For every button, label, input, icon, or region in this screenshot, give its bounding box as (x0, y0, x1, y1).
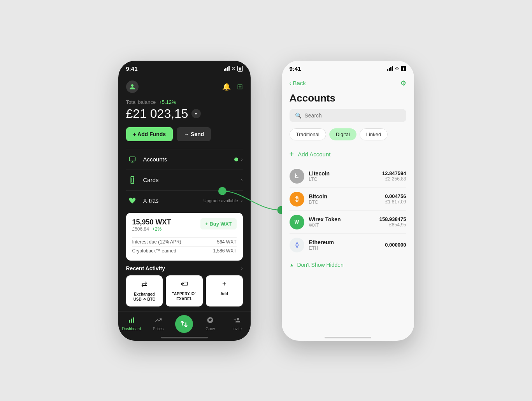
wifi-icon-right: ⊙ (395, 66, 399, 71)
bitcoin-name: Bitcoin (309, 193, 385, 200)
battery-icon-right: ▮ (401, 66, 406, 71)
activity-card-add[interactable]: + Add (206, 275, 243, 306)
scan-icon[interactable]: ⊞ (237, 82, 243, 91)
nav-dashboard[interactable]: Dashboard (122, 317, 141, 331)
invite-label: Invite (232, 327, 242, 331)
accounts-icon (126, 155, 139, 164)
avatar[interactable] (126, 81, 139, 93)
transfer-button[interactable] (175, 315, 193, 333)
menu-item-cards[interactable]: Cards › (126, 170, 243, 191)
bitcoin-fiat: £1 817,09 (385, 199, 406, 205)
wxt-card: 15,950 WXT £506.84 +2% + Buy WXT Interes… (126, 213, 243, 261)
search-input[interactable] (305, 112, 401, 119)
ethereum-crypto: 0.000000 (385, 242, 406, 248)
add-account-label: Add Account (298, 151, 330, 158)
upgrade-badge: Upgrade available (204, 198, 238, 203)
action-buttons: + Add Funds → Send (126, 127, 243, 141)
chevron-left-icon: ‹ (290, 80, 291, 86)
wxt-crypto: 158.938475 (379, 216, 406, 222)
menu-item-accounts[interactable]: Accounts › (126, 149, 243, 170)
activity-card-appery[interactable]: 🏷 "APPERY.IO" EXADEL (166, 275, 203, 306)
account-item-wxt[interactable]: W Wirex Token WXT 158.938475 £854,95 (290, 211, 406, 234)
tab-linked[interactable]: Linked (360, 128, 388, 140)
time-right: 9:41 (290, 65, 301, 72)
bell-icon[interactable]: 🔔 (222, 82, 231, 91)
balance-chevron-icon[interactable]: ▾ (191, 109, 201, 118)
prices-label: Prices (153, 327, 164, 331)
xtras-icon (126, 196, 139, 205)
xtras-chevron: › (241, 198, 243, 203)
wxt-name: Wirex Token (309, 216, 379, 222)
left-phone: 9:41 ⊙ ▮ 🔔 ⊞ (118, 61, 251, 341)
connection-arrow (0, 61, 532, 341)
wxt-sub: £506.84 +2% (132, 226, 171, 232)
signal-icon (224, 66, 230, 71)
grow-label: Grow (205, 327, 215, 331)
gear-icon[interactable]: ⚙ (400, 79, 406, 88)
accounts-label: Accounts (143, 156, 234, 163)
litecoin-fiat: £2 256,83 (382, 176, 406, 182)
accounts-chevron: › (241, 157, 243, 162)
ethereum-name: Ethereum (309, 239, 385, 245)
bottom-nav-left: Dashboard Prices Grow In (118, 312, 251, 341)
battery-icon: ▮ (237, 66, 243, 72)
activity-cards: ⇄ Exchanged USD -> BTC 🏷 "APPERY.IO" EXA… (126, 275, 243, 306)
top-nav-icons: 🔔 ⊞ (222, 82, 243, 91)
balance-section: Total balance +5.12% £21 023,15 ▾ (126, 99, 243, 127)
account-item-ethereum[interactable]: ⟠ Ethereum ETH 0.000000 (290, 234, 406, 256)
wxt-fiat: £854,95 (379, 222, 406, 228)
tab-digital[interactable]: Digital (329, 128, 356, 140)
recent-title: Recent Activity (126, 265, 165, 271)
status-icons-left: ⊙ ▮ (224, 66, 243, 72)
svg-rect-3 (129, 320, 130, 323)
wifi-icon: ⊙ (232, 66, 235, 71)
time-left: 9:41 (126, 65, 138, 72)
page-title: Accounts (290, 92, 406, 104)
home-indicator-left (161, 337, 208, 338)
litecoin-info: Litecoin LTC (309, 170, 383, 182)
menu-list: Accounts › Cards › (126, 149, 243, 211)
dont-show-hidden-button[interactable]: ▲ Don't Show Hidden (290, 256, 406, 270)
cards-label: Cards (143, 177, 241, 183)
nav-prices[interactable]: Prices (149, 317, 168, 331)
litecoin-symbol: LTC (309, 177, 383, 182)
wxt-row-cryptoback: Cryptoback™ earned 1,586 WXT (132, 246, 237, 255)
dashboard-label: Dashboard (122, 327, 141, 331)
add-funds-button[interactable]: + Add Funds (126, 127, 173, 141)
accounts-dot (234, 158, 238, 161)
svg-rect-4 (131, 319, 132, 323)
xtras-right: Upgrade available › (204, 198, 243, 203)
ethereum-amounts: 0.000000 (385, 242, 406, 248)
status-bar-left: 9:41 ⊙ ▮ (118, 61, 251, 74)
svg-rect-5 (133, 317, 134, 323)
top-nav-left: 🔔 ⊞ (126, 77, 243, 99)
plus-icon: + (290, 150, 294, 159)
bitcoin-crypto: 0.004756 (385, 193, 406, 199)
bitcoin-info: Bitcoin BTC (309, 193, 385, 205)
wxt-symbol: WXT (309, 222, 379, 228)
wxt-amounts: 158.938475 £854,95 (379, 216, 406, 228)
exchange-icon: ⇄ (141, 280, 147, 289)
search-bar[interactable]: 🔍 (290, 109, 406, 122)
activity-card-exchange[interactable]: ⇄ Exchanged USD -> BTC (126, 275, 163, 306)
add-account-button[interactable]: + Add Account (290, 147, 406, 165)
svg-rect-2 (131, 178, 133, 182)
account-item-litecoin[interactable]: Ł Litecoin LTC 12.847594 £2 256,83 (290, 165, 406, 188)
back-button[interactable]: ‹ Back (290, 80, 306, 86)
ethereum-symbol: ETH (309, 245, 385, 251)
account-item-bitcoin[interactable]: ₿ Bitcoin BTC 0.004756 £1 817,09 (290, 188, 406, 211)
tag-icon: 🏷 (181, 280, 188, 288)
dashboard-icon (128, 317, 135, 326)
tab-traditional[interactable]: Traditional (290, 128, 326, 140)
buy-wxt-button[interactable]: + Buy WXT (200, 218, 236, 229)
cards-icon (126, 175, 139, 185)
recent-chevron-icon[interactable]: › (241, 266, 243, 271)
dont-show-label: Don't Show Hidden (297, 262, 343, 268)
back-label: Back (293, 80, 306, 86)
nav-invite[interactable]: Invite (227, 317, 247, 331)
balance-amount: £21 023,15 ▾ (126, 107, 243, 121)
menu-item-xtras[interactable]: X-tras Upgrade available › (126, 191, 243, 211)
send-button[interactable]: → Send (177, 127, 211, 141)
nav-grow[interactable]: Grow (200, 317, 220, 331)
triangle-up-icon: ▲ (290, 262, 294, 268)
